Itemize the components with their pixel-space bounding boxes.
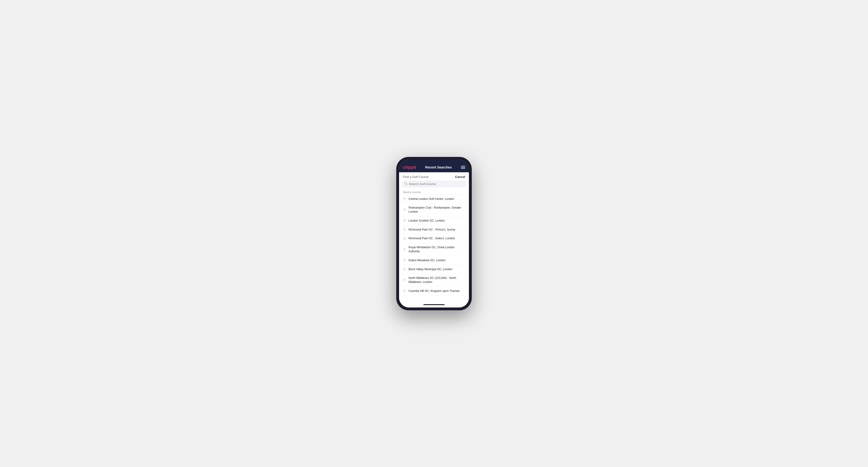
hamburger-line-3: [461, 168, 465, 169]
nearby-section-label: Nearby courses: [399, 189, 469, 195]
status-bar: [399, 160, 469, 163]
course-name: Richmond Park GC - Duke's, London: [408, 237, 455, 241]
home-indicator: [399, 302, 469, 308]
location-pin-icon: [403, 208, 406, 212]
list-item[interactable]: North Middlesex GC (1011942 - North Midd…: [399, 274, 469, 287]
course-name: Brent Valley Municipal GC, London: [408, 268, 453, 271]
location-pin-icon: [403, 197, 406, 200]
course-list: Central London Golf Centre, London Roeha…: [399, 195, 469, 302]
list-item[interactable]: Royal Wimbledon GC, Great London Authori…: [399, 243, 469, 256]
search-input[interactable]: [409, 182, 464, 186]
svg-point-9: [404, 269, 405, 269]
course-name: Coombe Hill GC, Kingston upon Thames: [408, 289, 460, 293]
app-logo: clippd: [403, 165, 416, 170]
list-item[interactable]: Roehampton Club - Roehampton, Greater Lo…: [399, 204, 469, 216]
list-item[interactable]: Richmond Park GC - Prince's, Surrey: [399, 225, 469, 234]
hamburger-line-1: [461, 166, 465, 166]
location-pin-icon: [403, 228, 406, 231]
location-pin-icon: [403, 289, 406, 292]
phone-screen: clippd Recent Searches Find a Golf Cours…: [399, 160, 469, 308]
content-area: Find a Golf Course Cancel Nearby courses: [399, 172, 469, 302]
home-bar: [423, 304, 445, 305]
cancel-button[interactable]: Cancel: [455, 175, 465, 179]
find-header: Find a Golf Course Cancel: [399, 172, 469, 181]
course-name: Roehampton Club - Roehampton, Greater Lo…: [408, 206, 465, 214]
list-item[interactable]: London Scottish GC, London: [399, 216, 469, 225]
search-container: [399, 181, 469, 189]
phone-frame: clippd Recent Searches Find a Golf Cours…: [396, 157, 472, 310]
svg-point-2: [404, 198, 405, 199]
location-pin-icon: [403, 248, 406, 251]
course-name: North Middlesex GC (1011942 - North Midd…: [408, 276, 465, 284]
course-name: Richmond Park GC - Prince's, Surrey: [408, 228, 455, 232]
location-pin-icon: [403, 237, 406, 240]
list-item[interactable]: Dukes Meadows GC, London: [399, 256, 469, 265]
hamburger-menu-button[interactable]: [461, 166, 465, 169]
svg-point-11: [404, 290, 405, 291]
nav-title: Recent Searches: [425, 165, 452, 169]
svg-point-5: [404, 229, 405, 229]
location-pin-icon: [403, 278, 406, 282]
nav-bar: clippd Recent Searches: [399, 163, 469, 172]
svg-point-6: [404, 238, 405, 239]
list-item[interactable]: Central London Golf Centre, London: [399, 195, 469, 204]
svg-point-10: [404, 279, 405, 280]
search-icon: [404, 182, 408, 185]
svg-point-8: [404, 259, 405, 260]
location-pin-icon: [403, 259, 406, 262]
course-name: Dukes Meadows GC, London: [408, 258, 445, 262]
svg-point-3: [404, 209, 405, 210]
location-pin-icon: [403, 268, 406, 271]
course-name: Royal Wimbledon GC, Great London Authori…: [408, 245, 465, 253]
list-item[interactable]: Coombe Hill GC, Kingston upon Thames: [399, 287, 469, 296]
list-item[interactable]: Brent Valley Municipal GC, London: [399, 265, 469, 274]
svg-point-4: [404, 220, 405, 221]
hamburger-line-2: [461, 167, 465, 167]
course-name: London Scottish GC, London: [408, 219, 445, 223]
course-name: Central London Golf Centre, London: [408, 197, 454, 201]
search-box: [402, 181, 466, 187]
svg-point-7: [404, 249, 405, 249]
find-title: Find a Golf Course: [403, 175, 429, 179]
list-item[interactable]: Richmond Park GC - Duke's, London: [399, 234, 469, 243]
svg-line-1: [406, 184, 407, 185]
location-pin-icon: [403, 219, 406, 222]
